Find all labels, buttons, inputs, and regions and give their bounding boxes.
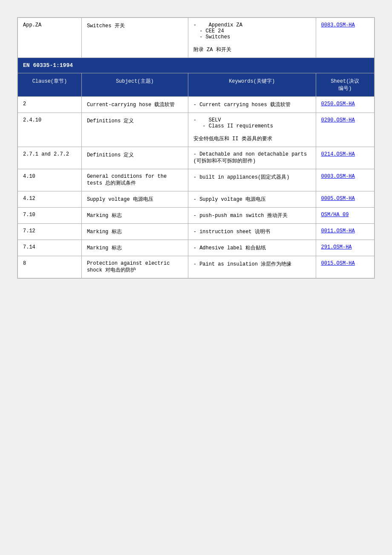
clause-710: 7.10 bbox=[18, 208, 82, 224]
sheet-link-8[interactable]: 0015.OSM-HA bbox=[321, 260, 355, 266]
table-row: 2.4.10 Definitions 定义 - SELV - Class II … bbox=[18, 113, 375, 147]
intro-sheet: 0083.OSM-HA bbox=[316, 18, 374, 58]
clause-410: 4.10 bbox=[18, 169, 82, 191]
sheet-link-710[interactable]: OSM/HA 09 bbox=[321, 212, 349, 218]
sheet-412: 0005.OSM-HA bbox=[316, 191, 374, 208]
sheet-link-271-272[interactable]: 0214.OSM-HA bbox=[321, 151, 355, 157]
subject-712: Marking 标志 bbox=[81, 224, 188, 240]
keywords-714: - Adhesive label 粘合贴纸 bbox=[188, 240, 316, 256]
intro-clause: App.ZA bbox=[18, 18, 82, 58]
table-row: 7.10 Marking 标志 - push-push main switch … bbox=[18, 208, 375, 224]
subject-714: Marking 标志 bbox=[81, 240, 188, 256]
subject-412: Supply voltage 电源电压 bbox=[81, 191, 188, 208]
page-container: App.ZA Switches 开关 - Appendix ZA - CEE 2… bbox=[17, 17, 375, 279]
keywords-271-272: - Detachable and non detachable parts (可… bbox=[188, 147, 316, 169]
table-row: 7.12 Marking 标志 - instruction sheet 说明书 … bbox=[18, 224, 375, 240]
intro-subject: Switches 开关 bbox=[81, 18, 188, 58]
clause-712: 7.12 bbox=[18, 224, 82, 240]
sheet-710: OSM/HA 09 bbox=[316, 208, 374, 224]
sheet-link-712[interactable]: 0011.OSM-HA bbox=[321, 228, 355, 234]
intro-sheet-link[interactable]: 0083.OSM-HA bbox=[321, 22, 355, 28]
keywords-412: - Supply voltage 电源电压 bbox=[188, 191, 316, 208]
clause-412: 4.12 bbox=[18, 191, 82, 208]
keywords-710: - push-push main switch 推动开关 bbox=[188, 208, 316, 224]
sheet-410: 0003.OSM-HA bbox=[316, 169, 374, 191]
col-header-keywords: Keywords(关键字) bbox=[188, 73, 316, 97]
main-table: App.ZA Switches 开关 - Appendix ZA - CEE 2… bbox=[17, 17, 375, 278]
clause-2410: 2.4.10 bbox=[18, 113, 82, 147]
section-title-row: EN 60335-1:1994 bbox=[18, 58, 375, 73]
col-header-clause: Clause(章节) bbox=[18, 73, 82, 97]
sheet-link-410[interactable]: 0003.OSM-HA bbox=[321, 173, 355, 179]
sheet-714: 291.OSM-HA bbox=[316, 240, 374, 256]
subject-710: Marking 标志 bbox=[81, 208, 188, 224]
table-row: 2.7.1 and 2.7.2 Definitions 定义 - Detacha… bbox=[18, 147, 375, 169]
intro-keywords: - Appendix ZA - CEE 24 - Switches 附录 ZA … bbox=[188, 18, 316, 58]
keywords-2410: - SELV - Class II requirements 安全特低电压和 I… bbox=[188, 113, 316, 147]
sheet-2410: 0290.OSM-HA bbox=[316, 113, 374, 147]
section-title: EN 60335-1:1994 bbox=[18, 58, 375, 73]
sheet-8: 0015.OSM-HA bbox=[316, 256, 374, 278]
sheet-2: 0250.OSM-HA bbox=[316, 97, 374, 113]
sheet-link-2410[interactable]: 0290.OSM-HA bbox=[321, 117, 355, 123]
clause-271-272: 2.7.1 and 2.7.2 bbox=[18, 147, 82, 169]
keywords-2: - Current carrying hoses 载流软管 bbox=[188, 97, 316, 113]
keywords-410: - built in appliances(固定式器具) bbox=[188, 169, 316, 191]
subject-271-272: Definitions 定义 bbox=[81, 147, 188, 169]
subject-410: General conditions for the tests 总的测试条件 bbox=[81, 169, 188, 191]
sheet-271-272: 0214.OSM-HA bbox=[316, 147, 374, 169]
sheet-link-2[interactable]: 0250.OSM-HA bbox=[321, 101, 355, 107]
sheet-link-714[interactable]: 291.OSM-HA bbox=[321, 244, 352, 250]
table-row: 8 Protection against electric shock 对电击的… bbox=[18, 256, 375, 278]
subject-2410: Definitions 定义 bbox=[81, 113, 188, 147]
col-header-sheet: Sheet(决议编号) bbox=[316, 73, 374, 97]
subject-8: Protection against electric shock 对电击的防护 bbox=[81, 256, 188, 278]
col-header-subject: Subject(主题) bbox=[81, 73, 188, 97]
clause-8: 8 bbox=[18, 256, 82, 278]
keywords-8: - Paint as insulation 涂层作为绝缘 bbox=[188, 256, 316, 278]
table-row: 2 Current-carrying hose 载流软管 - Current c… bbox=[18, 97, 375, 113]
header-row: Clause(章节) Subject(主题) Keywords(关键字) She… bbox=[18, 73, 375, 97]
clause-2: 2 bbox=[18, 97, 82, 113]
sheet-link-412[interactable]: 0005.OSM-HA bbox=[321, 196, 355, 202]
keywords-712: - instruction sheet 说明书 bbox=[188, 224, 316, 240]
clause-714: 7.14 bbox=[18, 240, 82, 256]
table-row: 7.14 Marking 标志 - Adhesive label 粘合贴纸 29… bbox=[18, 240, 375, 256]
table-row: 4.12 Supply voltage 电源电压 - Supply voltag… bbox=[18, 191, 375, 208]
intro-row: App.ZA Switches 开关 - Appendix ZA - CEE 2… bbox=[18, 18, 375, 58]
subject-2: Current-carrying hose 载流软管 bbox=[81, 97, 188, 113]
table-row: 4.10 General conditions for the tests 总的… bbox=[18, 169, 375, 191]
sheet-712: 0011.OSM-HA bbox=[316, 224, 374, 240]
